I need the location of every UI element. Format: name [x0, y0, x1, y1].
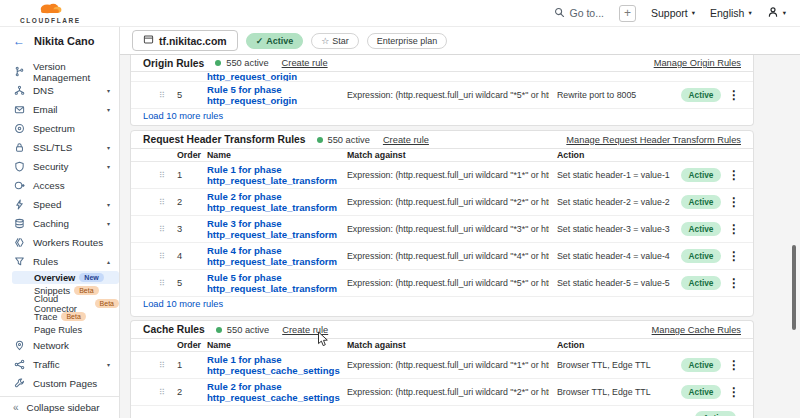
- add-button[interactable]: +: [619, 5, 636, 22]
- language-menu[interactable]: English ▾: [710, 7, 752, 19]
- sidebar-item-overview[interactable]: Overview New: [12, 271, 119, 284]
- kebab-menu-icon[interactable]: ⋮: [728, 168, 740, 182]
- rule-expression: Expression: (http.request.full_uri wildc…: [339, 224, 549, 234]
- manage-origin-rules-link[interactable]: Manage Origin Rules: [654, 58, 741, 68]
- drag-handle-icon[interactable]: ⠿: [159, 171, 177, 180]
- rule-name-link[interactable]: Rule 1 for phase http_request_cache_sett…: [199, 354, 339, 376]
- support-menu[interactable]: Support ▾: [651, 7, 695, 19]
- table-row: ⠿ 1 Rule 1 for phase http_request_cache_…: [131, 352, 753, 379]
- sidebar-item-label: Email: [33, 104, 58, 115]
- star-button[interactable]: ☆ Star: [311, 33, 359, 49]
- account-header[interactable]: ← Nikita Cano: [0, 27, 119, 55]
- sidebar-item-ssl-tls[interactable]: SSL/TLS ▾: [0, 138, 119, 157]
- status-badge: Active: [681, 222, 722, 236]
- kebab-menu-icon[interactable]: ⋮: [728, 358, 740, 372]
- rule-order: 1: [177, 360, 199, 370]
- zone-selector[interactable]: tf.nikitac.com: [132, 30, 238, 51]
- rule-name-link[interactable]: Rule 4 for phase http_request_late_trans…: [199, 245, 339, 267]
- zone-domain: tf.nikitac.com: [159, 35, 227, 47]
- back-arrow-icon[interactable]: ←: [13, 34, 25, 48]
- manage-request-header-transform-rules-link[interactable]: Manage Request Header Transform Rules: [566, 135, 741, 145]
- sidebar-item-speed[interactable]: Speed ▾: [0, 195, 119, 214]
- shield-icon: [14, 161, 25, 172]
- section-title: Origin Rules: [143, 58, 204, 69]
- rule-name-link[interactable]: Rule 1 for phase http_request_late_trans…: [199, 164, 339, 186]
- rule-expression: Expression: (http.request.full_uri wildc…: [339, 387, 549, 397]
- status-badge: Active: [681, 276, 722, 290]
- rule-name-link[interactable]: Rule 5 for phase http_request_late_trans…: [199, 272, 339, 294]
- star-icon: ☆: [321, 36, 329, 46]
- sidebar-subitem-label: Cloud Connector: [34, 294, 91, 314]
- rule-name-link[interactable]: Rule 5 for phase http_request_origin: [199, 84, 339, 106]
- kebab-menu-icon[interactable]: ⋮: [728, 276, 740, 290]
- table-row: ⠿ 3 Rule 3 for phase http_request_late_t…: [131, 216, 753, 243]
- drag-handle-icon[interactable]: ⠿: [159, 388, 177, 397]
- user-account-menu[interactable]: ▾: [767, 6, 786, 20]
- support-label: Support: [651, 7, 688, 19]
- sidebar-item-caching[interactable]: Caching ▾: [0, 214, 119, 233]
- rule-order: 2: [177, 197, 199, 207]
- collapse-sidebar-button[interactable]: « Collapse sidebar: [0, 396, 119, 418]
- rule-name-link[interactable]: Rule 3 for phase http_request_late_trans…: [199, 218, 339, 240]
- kebab-menu-icon[interactable]: ⋮: [728, 222, 740, 236]
- drag-handle-icon[interactable]: ⠿: [159, 252, 177, 261]
- column-match: Match against: [339, 340, 549, 350]
- chevron-down-icon: ▾: [107, 201, 110, 208]
- kebab-menu-icon[interactable]: ⋮: [728, 195, 740, 209]
- sidebar-item-traffic[interactable]: Traffic ▾: [0, 355, 119, 374]
- drag-handle-icon[interactable]: ⠿: [159, 361, 177, 370]
- rule-name-line1: Rule 5 for phase: [207, 84, 339, 95]
- cloudflare-logo[interactable]: CLOUDFLARE: [20, 1, 81, 25]
- rule-expression: Expression: (http.request.full_uri wildc…: [339, 251, 549, 261]
- sidebar-item-network[interactable]: Network: [0, 336, 119, 355]
- rule-expression: Expression: (http.request.full_uri wildc…: [339, 278, 549, 288]
- drag-handle-icon[interactable]: ⠿: [159, 198, 177, 207]
- kebab-menu-icon[interactable]: ⋮: [728, 249, 740, 263]
- filter-icon: [14, 256, 25, 267]
- section-header: Cache Rules 550 active Create rule Manag…: [131, 321, 753, 339]
- brand-wordmark: CLOUDFLARE: [20, 18, 81, 25]
- sidebar-item-label: Network: [33, 340, 69, 351]
- sidebar-item-rules[interactable]: Rules ▴: [0, 252, 119, 271]
- create-rule-link[interactable]: Create rule: [383, 135, 429, 145]
- create-rule-link[interactable]: Create rule: [282, 325, 328, 335]
- sidebar-item-dns[interactable]: DNS ▾: [0, 81, 119, 100]
- sidebar-item-version-management[interactable]: Version Management: [0, 62, 119, 81]
- create-rule-link[interactable]: Create rule: [282, 58, 328, 68]
- load-more-rules-link[interactable]: Load 10 more rules: [131, 297, 753, 311]
- rule-name-link[interactable]: Rule 2 for phase http_request_cache_sett…: [199, 381, 339, 403]
- vertical-scrollbar-thumb[interactable]: [792, 245, 796, 330]
- drag-handle-icon[interactable]: ⠿: [159, 225, 177, 234]
- status-badge: Active: [681, 249, 722, 263]
- rule-name-link[interactable]: Rule 2 for phase http_request_late_trans…: [199, 191, 339, 213]
- lightning-icon: [14, 199, 25, 210]
- sidebar-item-email[interactable]: Email ▾: [0, 100, 119, 119]
- status-badge: Active: [681, 195, 722, 209]
- sidebar-item-security[interactable]: Security ▾: [0, 157, 119, 176]
- sidebar-item-label: Caching: [33, 218, 69, 229]
- rule-action: Set static header-3 = value-3: [549, 224, 679, 234]
- goto-search[interactable]: Go to...: [554, 7, 604, 20]
- drag-handle-icon[interactable]: ⠿: [159, 91, 177, 100]
- sidebar-item-custom-pages[interactable]: Custom Pages: [0, 374, 119, 393]
- drag-handle-icon[interactable]: ⠿: [159, 279, 177, 288]
- column-order: Order: [177, 340, 199, 350]
- sidebar-item-cloud-connector[interactable]: Cloud Connector Beta: [0, 297, 119, 310]
- chevron-down-icon: ▾: [107, 361, 110, 368]
- plan-badge: Enterprise plan: [367, 33, 448, 49]
- sidebar-item-spectrum[interactable]: Spectrum: [0, 119, 119, 138]
- manage-cache-rules-link[interactable]: Manage Cache Rules: [652, 325, 741, 335]
- sidebar-subitem-label: Page Rules: [34, 325, 82, 335]
- rule-name-line2: http_request_cache_settings: [207, 365, 339, 376]
- load-more-rules-link[interactable]: Load 10 more rules: [131, 109, 753, 123]
- beta-badge: Beta: [95, 299, 119, 308]
- kebab-menu-icon[interactable]: ⋮: [728, 385, 740, 399]
- table-column-headers: Order Name Match against Action: [131, 149, 753, 162]
- rule-order: 5: [177, 90, 199, 100]
- zone-status-badge: ✓ Active: [246, 33, 304, 49]
- sidebar-item-workers-routes[interactable]: Workers Routes: [0, 233, 119, 252]
- kebab-menu-icon[interactable]: ⋮: [728, 88, 740, 102]
- sidebar-item-page-rules[interactable]: Page Rules: [0, 323, 119, 336]
- table-row: ⠿ 5 Rule 5 for phase http_request_origin…: [131, 82, 753, 109]
- sidebar-item-access[interactable]: Access: [0, 176, 119, 195]
